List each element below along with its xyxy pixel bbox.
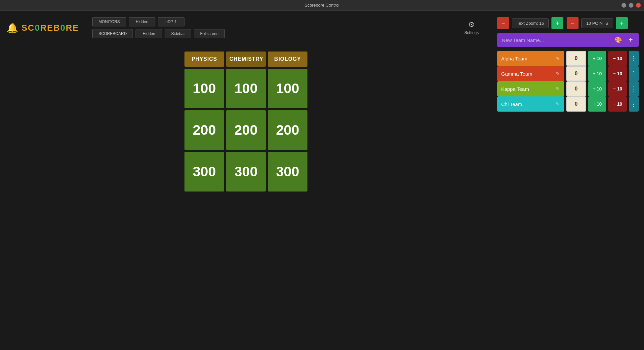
monitors-hidden-button[interactable]: Hidden (129, 17, 155, 26)
settings-icon: ⚙ (468, 20, 475, 29)
score-cell-0-2[interactable]: 100 (268, 69, 307, 108)
zoom-control: − Text Zoom: 16 + (497, 17, 563, 29)
team-score-input-2[interactable] (566, 81, 586, 96)
points-plus-button[interactable]: + (616, 17, 628, 29)
team-name-cell-0: Alpha Team✎ (497, 51, 564, 66)
zoom-plus-button[interactable]: + (551, 17, 563, 29)
team-row-2: Kappa Team✎+ 10− 10⋮ (497, 81, 639, 96)
title-bar: Scorebore Control (0, 0, 644, 11)
team-more-button-0[interactable]: ⋮ (629, 51, 639, 66)
team-edit-button-0[interactable]: ✎ (555, 55, 560, 62)
window-controls (622, 3, 641, 8)
close-button[interactable] (636, 3, 641, 8)
team-name-cell-2: Kappa Team✎ (497, 81, 564, 96)
controls-area: MONITORS Hidden eDP-1 SCOREBOARD Hidden … (92, 17, 445, 38)
palette-button[interactable]: 🎨 (613, 35, 623, 45)
score-cell-0-1[interactable]: 100 (226, 69, 266, 108)
logo-area: 🔔 SC0REB0RE (7, 22, 79, 33)
points-minus-button[interactable]: − (567, 17, 579, 29)
score-cell-2-1[interactable]: 300 (226, 152, 266, 192)
team-edit-button-3[interactable]: ✎ (555, 101, 560, 107)
team-edit-button-1[interactable]: ✎ (555, 70, 560, 77)
team-score-input-1[interactable] (566, 66, 586, 81)
team-more-button-1[interactable]: ⋮ (629, 66, 639, 81)
palette-icon: 🎨 (615, 37, 622, 43)
settings-button[interactable]: ⚙ Settings (458, 17, 485, 38)
team-name-1: Gamma Team (501, 71, 552, 77)
team-minus-button-2[interactable]: − 10 (608, 81, 627, 96)
scoreboard-sidebar-button[interactable]: Sidebar (165, 29, 191, 38)
right-panel: − Text Zoom: 16 + − 10 POINTS + 🎨 + Alph… (492, 11, 644, 350)
monitors-button[interactable]: MONITORS (92, 17, 126, 26)
score-cell-1-0[interactable]: 200 (184, 110, 224, 150)
teams-container: Alpha Team✎+ 10− 10⋮Gamma Team✎+ 10− 10⋮… (497, 51, 639, 112)
scoreboard-area: PHYSICS CHEMISTRY BIOLOGY 100 100 100 20… (7, 45, 485, 192)
score-cell-2-0[interactable]: 300 (184, 152, 224, 192)
team-name-0: Alpha Team (501, 56, 552, 61)
minimize-button[interactable] (622, 3, 626, 8)
score-cell-2-2[interactable]: 300 (268, 152, 307, 192)
team-minus-button-0[interactable]: − 10 (608, 51, 627, 66)
maximize-button[interactable] (629, 3, 633, 8)
scoreboard-hidden-button[interactable]: Hidden (136, 29, 162, 38)
team-minus-button-3[interactable]: − 10 (608, 96, 627, 112)
team-minus-button-1[interactable]: − 10 (608, 66, 627, 81)
team-plus-button-2[interactable]: + 10 (588, 81, 607, 96)
zoom-label: Text Zoom: 16 (512, 18, 549, 28)
team-name-cell-3: Chi Team✎ (497, 96, 564, 112)
team-more-button-3[interactable]: ⋮ (629, 96, 639, 112)
team-name-cell-1: Gamma Team✎ (497, 66, 564, 81)
left-panel: 🔔 SC0REB0RE MONITORS Hidden eDP-1 SCOREB… (0, 11, 492, 350)
score-cell-1-2[interactable]: 200 (268, 110, 307, 150)
team-name-3: Chi Team (501, 101, 552, 107)
team-row-0: Alpha Team✎+ 10− 10⋮ (497, 51, 639, 66)
logo-icon: 🔔 (7, 22, 18, 33)
col-header-chemistry: CHEMISTRY (226, 52, 266, 67)
team-score-input-3[interactable] (566, 96, 586, 112)
points-control: − 10 POINTS + (567, 17, 627, 29)
scoreboard-fullscreen-button[interactable]: Fullscreen (194, 29, 224, 38)
top-controls-row: − Text Zoom: 16 + − 10 POINTS + (497, 17, 639, 29)
app-title: Scorebore Control (304, 3, 340, 8)
main-container: 🔔 SC0REB0RE MONITORS Hidden eDP-1 SCOREB… (0, 11, 644, 350)
team-row-3: Chi Team✎+ 10− 10⋮ (497, 96, 639, 112)
team-plus-button-0[interactable]: + 10 (588, 51, 607, 66)
scoreboard-button[interactable]: SCOREBOARD (92, 29, 133, 38)
new-team-input[interactable] (501, 35, 611, 46)
settings-label: Settings (464, 30, 479, 35)
score-grid: PHYSICS CHEMISTRY BIOLOGY 100 100 100 20… (184, 52, 307, 192)
col-header-biology: BIOLOGY (268, 52, 307, 67)
scoreboard-row: SCOREBOARD Hidden Sidebar Fullscreen (92, 29, 445, 38)
col-header-physics: PHYSICS (184, 52, 224, 67)
add-team-button[interactable]: + (626, 34, 635, 46)
team-score-input-0[interactable] (566, 51, 586, 66)
points-label: 10 POINTS (581, 18, 613, 28)
score-cell-1-1[interactable]: 200 (226, 110, 266, 150)
monitors-row: MONITORS Hidden eDP-1 (92, 17, 445, 26)
team-row-1: Gamma Team✎+ 10− 10⋮ (497, 66, 639, 81)
score-cell-0-0[interactable]: 100 (184, 69, 224, 108)
new-team-row: 🎨 + (497, 33, 639, 47)
monitors-display-button[interactable]: eDP-1 (158, 17, 184, 26)
zoom-minus-button[interactable]: − (497, 17, 509, 29)
team-plus-button-3[interactable]: + 10 (588, 96, 607, 112)
header-area: 🔔 SC0REB0RE MONITORS Hidden eDP-1 SCOREB… (7, 17, 485, 38)
logo-text: SC0REB0RE (21, 23, 79, 33)
team-plus-button-1[interactable]: + 10 (588, 66, 607, 81)
team-edit-button-2[interactable]: ✎ (555, 86, 560, 92)
team-more-button-2[interactable]: ⋮ (629, 81, 639, 96)
team-name-2: Kappa Team (501, 86, 552, 92)
